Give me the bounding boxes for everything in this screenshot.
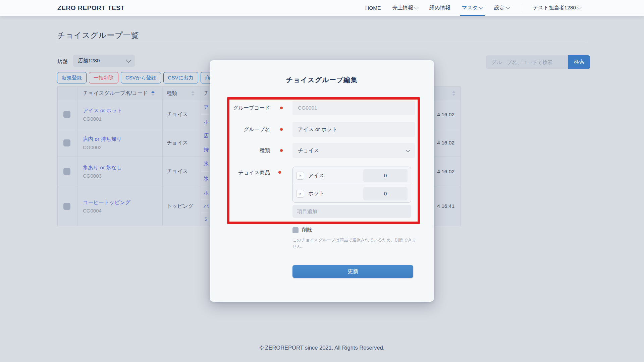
delete-label: 削除: [302, 227, 312, 234]
main-nav: HOME 売上情報 締め情報 マスタ 設定 テスト担当者1280: [365, 0, 581, 16]
group-code: CG0003: [83, 173, 162, 179]
title-divider: [57, 41, 587, 41]
remove-item-button[interactable]: ×: [296, 172, 304, 180]
chevron-down-icon: [126, 58, 131, 63]
sort-icon[interactable]: [191, 91, 195, 96]
group-code-input[interactable]: [292, 101, 415, 115]
bulk-delete-button[interactable]: 一括削除: [89, 72, 118, 83]
top-navbar: ZERO REPORT TEST HOME 売上情報 締め情報 マスタ 設定: [0, 0, 644, 16]
update-button[interactable]: 更新: [292, 265, 413, 278]
page-title: チョイスグループ一覧: [57, 30, 139, 41]
required-dot-icon: [280, 107, 283, 109]
nav-divider: [521, 4, 521, 12]
required-dot-icon: [280, 149, 283, 152]
group-code: CG0001: [83, 116, 162, 122]
nav-item-master[interactable]: マスタ: [462, 0, 483, 16]
choice-items-label: チョイス商品: [210, 169, 270, 176]
nav-item-closing[interactable]: 締め情報: [429, 0, 450, 16]
chevron-down-icon: [415, 5, 419, 9]
nav-item-sales[interactable]: 売上情報: [392, 0, 418, 16]
group-code: CG0004: [83, 208, 162, 214]
group-code-row: グループコード: [210, 101, 434, 115]
row-checkbox[interactable]: [63, 203, 70, 210]
remove-item-button[interactable]: ×: [296, 190, 304, 198]
item-name: アイス: [308, 172, 363, 179]
sort-icon[interactable]: [452, 91, 455, 96]
nav-item-settings[interactable]: 設定: [494, 0, 509, 16]
store-select[interactable]: 店舗1280: [73, 55, 135, 67]
group-type: チョイス: [163, 129, 201, 157]
group-name-link[interactable]: 店内 or 持ち帰り: [83, 136, 162, 143]
choice-group-edit-modal: チョイスグループ編集 グループコード グループ名 種類 チョイス チョイス商品 …: [210, 60, 434, 302]
item-name: ホット: [308, 190, 363, 197]
chevron-down-icon: [406, 148, 410, 152]
copyright-footer: © ZEROREPORT since 2021. All Rights Rese…: [0, 345, 644, 351]
required-dot-icon: [280, 128, 283, 131]
group-name-link[interactable]: 氷あり or 氷なし: [83, 164, 162, 171]
group-type: チョイス: [163, 100, 201, 129]
header-name-code: チョイスグループ名/コード: [77, 87, 163, 100]
app-window: ZERO REPORT TEST HOME 売上情報 締め情報 マスタ 設定: [0, 0, 644, 362]
chevron-down-icon: [506, 5, 511, 9]
row-checkbox[interactable]: [63, 168, 70, 175]
store-label: 店舗: [57, 58, 68, 65]
brand-logo[interactable]: ZERO REPORT TEST: [57, 0, 125, 16]
chevron-down-icon: [479, 5, 484, 9]
group-code-label: グループコード: [210, 105, 270, 112]
header-type: 種類: [163, 87, 201, 100]
choice-items-box: × アイス × ホット: [292, 167, 411, 203]
group-name-link[interactable]: コーヒートッピング: [83, 199, 162, 206]
delete-row: 削除: [292, 227, 312, 234]
row-checkbox[interactable]: [63, 139, 70, 146]
group-name-label: グループ名: [210, 126, 270, 133]
modal-title: チョイスグループ編集: [210, 75, 434, 84]
search-input[interactable]: [486, 55, 568, 69]
group-name-row: グループ名: [210, 122, 434, 137]
table-toolbar: 新規登録 一括削除 CSVから登録 CSVに出力 商品一: [57, 72, 225, 83]
csv-import-button[interactable]: CSVから登録: [121, 72, 161, 83]
choice-item-row: × アイス: [293, 167, 411, 185]
chevron-down-icon: [577, 5, 582, 9]
user-menu[interactable]: テスト担当者1280: [533, 0, 581, 16]
type-label: 種類: [210, 147, 270, 154]
header-checkbox-cell: [58, 87, 77, 100]
csv-export-button[interactable]: CSVに出力: [163, 72, 198, 83]
search-button[interactable]: 検索: [568, 55, 590, 69]
search-group: 検索: [486, 55, 590, 69]
new-register-button[interactable]: 新規登録: [57, 72, 87, 83]
nav-item-home[interactable]: HOME: [365, 0, 381, 16]
type-row: 種類 チョイス: [210, 143, 434, 158]
group-code: CG0002: [83, 144, 162, 150]
choice-item-row: × ホット: [293, 185, 411, 203]
group-name-input[interactable]: [292, 122, 415, 137]
sort-icon[interactable]: [151, 91, 155, 96]
add-item-input[interactable]: [292, 205, 411, 218]
item-qty-input[interactable]: [363, 169, 408, 182]
delete-checkbox[interactable]: [292, 227, 299, 233]
type-select[interactable]: チョイス: [292, 143, 415, 158]
group-name-link[interactable]: アイス or ホット: [83, 107, 162, 114]
delete-note: このチョイスグループは商品で選択されているため、削除できません。: [292, 237, 420, 250]
group-type: チョイス: [163, 157, 201, 186]
row-checkbox[interactable]: [63, 111, 70, 118]
item-qty-input[interactable]: [363, 187, 408, 200]
required-dot-icon: [278, 171, 281, 174]
group-type: トッピング: [163, 186, 201, 226]
